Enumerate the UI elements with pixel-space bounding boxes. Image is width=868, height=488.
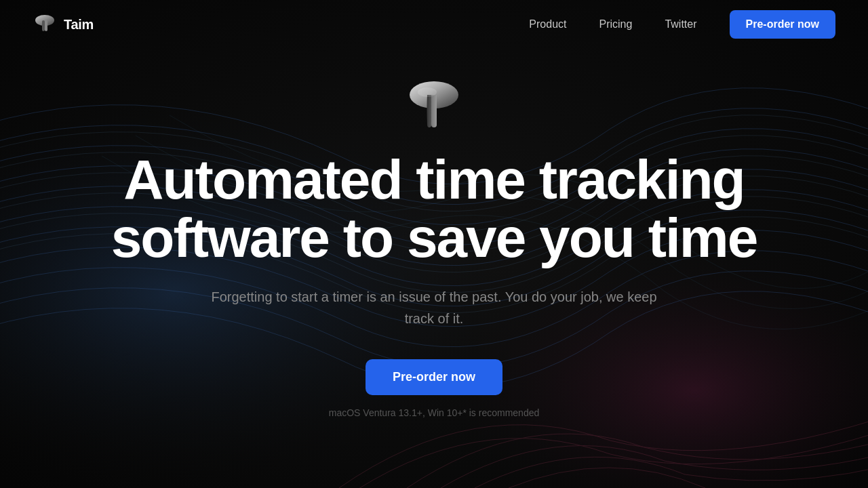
hero-system-note: macOS Ventura 13.1+, Win 10+* is recomme… <box>329 407 540 418</box>
hero-logo-icon <box>403 76 465 137</box>
nav-link-product[interactable]: Product <box>529 18 566 30</box>
nav-preorder-button[interactable]: Pre-order now <box>730 10 835 39</box>
hero-title: Automated time tracking software to save… <box>61 150 807 267</box>
nav-logo[interactable]: Taim <box>33 12 94 37</box>
hero-section: Automated time tracking software to save… <box>0 49 868 418</box>
nav-link-pricing[interactable]: Pricing <box>599 18 633 30</box>
svg-rect-4 <box>42 20 45 31</box>
nav-links: Product Pricing Twitter Pre-order now <box>529 10 835 39</box>
nav-link-twitter[interactable]: Twitter <box>665 18 696 30</box>
svg-point-7 <box>418 87 437 97</box>
brand-name: Taim <box>64 17 94 33</box>
hero-subtitle: Forgetting to start a timer is an issue … <box>210 286 658 329</box>
hero-preorder-button[interactable]: Pre-order now <box>366 359 502 395</box>
navbar: Taim Product Pricing Twitter Pre-order n… <box>0 0 868 49</box>
logo-icon <box>33 12 57 37</box>
svg-rect-5 <box>45 20 47 31</box>
